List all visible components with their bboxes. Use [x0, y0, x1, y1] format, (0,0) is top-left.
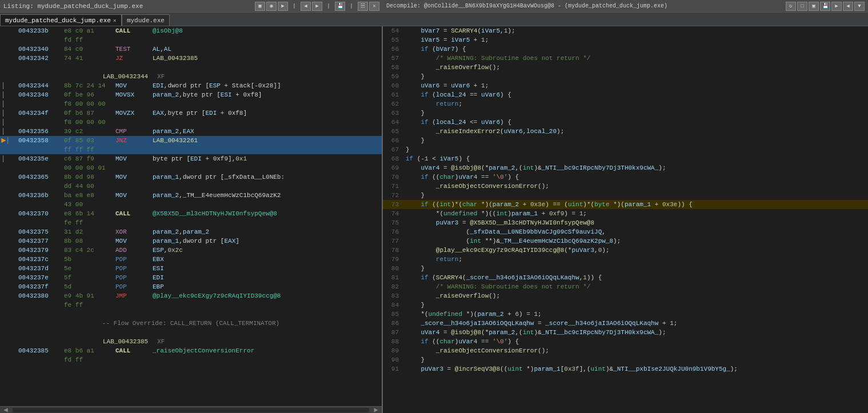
dline[interactable]: 59 }	[383, 72, 868, 81]
dline[interactable]: 88 if ((char)uVar4 == '\0') {	[383, 337, 868, 346]
dline[interactable]: 86 _score__h34o6jaI3AO6iOQqLKaqhw = _sco…	[383, 319, 868, 328]
mnemonic: MOVSX	[115, 90, 153, 99]
code-line[interactable]: | 00432356 39 c2 CMP param_2,EAX	[0, 127, 382, 136]
dline[interactable]: 78 @play__ekc9cEXgy7z9cRAqIYID39ccg@8(*p…	[383, 246, 868, 255]
dline[interactable]: 91 puVar3 = @incrSeqV3@8((uint *)param_1…	[383, 364, 868, 374]
mnemonic: MOV	[115, 81, 153, 90]
dline[interactable]: 54 bVar7 = SCARRY4(iVar5,1);	[383, 26, 868, 35]
code-line[interactable]: 00432365 8b 0d 98 MOV param_1,dword ptr …	[0, 173, 382, 182]
tab-listing[interactable]: mydude_patched_duck_jump.exe ✕	[0, 14, 122, 26]
dline[interactable]: 83 _raiseOverflow();	[383, 291, 868, 300]
code-line[interactable]: | 0043234f 0f b6 87 MOVZX EAX,byte ptr […	[0, 109, 382, 118]
operands: @isObj@8	[153, 26, 376, 35]
nav-back-icon[interactable]: ◀	[301, 2, 311, 11]
dline[interactable]: 56 if (bVar7) {	[383, 45, 868, 54]
line-num: 91	[383, 364, 403, 374]
code-line[interactable]: | 00432348 0f be 96 MOVSX param_2,byte p…	[0, 90, 382, 99]
dline[interactable]: 58 _raiseOverflow();	[383, 63, 868, 72]
dline[interactable]: 66 }	[383, 136, 868, 145]
tab-listing-close[interactable]: ✕	[113, 17, 117, 24]
code-line[interactable]: | 0043235e c6 87 f9 MOV byte ptr [EDI + …	[0, 154, 382, 163]
code-line[interactable]: 00432380 e9 4b 91 JMP @play__ekc9cEXgy7z…	[0, 291, 382, 300]
dline[interactable]: 74 *(undefined *)((int)param_1 + 0xf9) =…	[383, 209, 868, 218]
bookmark-icon[interactable]: ◉	[266, 2, 277, 11]
close-icon[interactable]: ✕	[369, 2, 379, 11]
dline[interactable]: 82 /* WARNING: Subroutine does not retur…	[383, 282, 868, 291]
scroll-right-btn[interactable]: ▶	[370, 406, 382, 413]
nav-fwd-icon[interactable]: ▶	[312, 2, 322, 11]
dline[interactable]: 85 *(undefined *)(param_2 + 6) = 1;	[383, 310, 868, 319]
dline[interactable]: 57 /* WARNING: Subroutine does not retur…	[383, 54, 868, 63]
r3-icon[interactable]: ▣	[809, 2, 819, 11]
code-line[interactable]: 00432379 83 c4 2c ADD ESP,0x2c	[0, 246, 382, 255]
tab-mydude[interactable]: mydude.exe	[122, 14, 170, 26]
code-line[interactable]: 0043236b ba e8 e8 MOV param_2,_TM__E4eue…	[0, 191, 382, 200]
dline[interactable]: 90 }	[383, 355, 868, 364]
dline[interactable]: 71 _raiseObjectConversionError();	[383, 182, 868, 191]
addr: 00432365	[18, 173, 64, 182]
dline-highlighted[interactable]: 73 if ((int)*(char *)(param_2 + 0x3e) ==…	[383, 200, 868, 209]
dline[interactable]: 81 if (SCARRY4(_score__h34o6jaI3AO6iOQqL…	[383, 273, 868, 282]
dline[interactable]: 67 }	[383, 145, 868, 154]
scroll-left-btn[interactable]: ◀	[0, 406, 11, 413]
dline[interactable]: 55 iVar5 = iVar5 + 1;	[383, 35, 868, 45]
dline[interactable]: 68 if (-1 < iVar5) {	[383, 154, 868, 163]
code-line[interactable]: 00432385 e8 b6 a1 CALL _raiseObjectConve…	[0, 346, 382, 355]
left-code-area[interactable]: 0043233b e8 c0 a1 CALL @isObj@8 fd ff	[0, 26, 382, 406]
code-line[interactable]: 00432375 31 d2 XOR param_2,param_2	[0, 227, 382, 236]
code-line[interactable]: 00432370 e8 6b 14 CALL @X5BX5D__ml3cHDTN…	[0, 209, 382, 218]
bytes: 83 c4 2c	[64, 246, 115, 255]
dline[interactable]: 80 }	[383, 264, 868, 273]
dline[interactable]: 76 (_sfxData__L0NEb9bbVaCJg09cSf9auviJQ,	[383, 227, 868, 236]
dline[interactable]: 87 uVar4 = @isObj@8(*param_2,(int)&_NTI_…	[383, 328, 868, 337]
save-icon[interactable]: 💾	[335, 2, 345, 11]
dline[interactable]: 62 return;	[383, 99, 868, 109]
code-line[interactable]: 00432340 84 c0 TEST AL,AL	[0, 45, 382, 54]
code-line[interactable]: 00432342 74 41 JZ LAB_00432385	[0, 54, 382, 63]
code-line[interactable]: 0043237d 5e POP ESI	[0, 264, 382, 273]
code-line: ff ff ff	[0, 145, 382, 154]
flow-override: -- Flow Override: CALL_RETURN (CALL_TERM…	[0, 319, 382, 328]
code-line[interactable]: 0043237c 5b POP EBX	[0, 255, 382, 264]
bytes: 0f b6 87	[64, 109, 115, 118]
grid-icon[interactable]: ☵	[358, 2, 368, 11]
bytes: 0f 85 03	[64, 136, 115, 145]
r7-icon[interactable]: ▼	[854, 2, 865, 11]
r2-icon[interactable]: □	[797, 2, 807, 11]
code-line: fe ff	[0, 300, 382, 310]
r5-icon[interactable]: ▶	[831, 2, 842, 11]
dline[interactable]: 69 uVar4 = @isObj@8(*param_2,(int)&_NTI_…	[383, 163, 868, 173]
copy-icon[interactable]: ▣	[255, 2, 265, 11]
dline[interactable]: 65 _raiseIndexError2(uVar6,local_20);	[383, 127, 868, 136]
dline[interactable]: 63 }	[383, 109, 868, 118]
dline[interactable]: 75 puVar3 = @X5BX5D__ml3cHDTNyHJWI0nfsyp…	[383, 218, 868, 227]
r4-icon[interactable]: 💾	[820, 2, 830, 11]
dline[interactable]: 61 if (local_24 == uVar6) {	[383, 90, 868, 99]
code-line[interactable]: | 00432344 8b 7c 24 14 MOV EDI,dword ptr…	[0, 81, 382, 90]
code-line-highlighted[interactable]: ► | 00432358 0f 85 03 JNZ LAB_00432261	[0, 136, 382, 145]
code-line[interactable]: 0043237f 5d POP EBP	[0, 282, 382, 291]
line-num: 69	[383, 163, 403, 173]
refresh-icon[interactable]: ↻	[786, 2, 796, 11]
r6-icon[interactable]: ◀	[843, 2, 853, 11]
dline[interactable]: 60 uVar6 = uVar6 + 1;	[383, 81, 868, 90]
right-panel-title: Decompile: @onCollide__BN6X9bI9aXYgG1H4B…	[383, 0, 868, 13]
dline[interactable]: 79 return;	[383, 255, 868, 264]
operands: LAB_00432385	[153, 54, 381, 63]
dline[interactable]: 77 (int **)&_TM__E4euemHcWzC1bcQ69azK2pw…	[383, 236, 868, 246]
decompile-area[interactable]: 54 bVar7 = SCARRY4(iVar5,1); 55 iVar5 = …	[383, 26, 868, 413]
dcode: }	[403, 136, 868, 145]
line-num: 61	[383, 90, 403, 99]
scroll-track[interactable]	[13, 408, 369, 412]
dline[interactable]: 84 }	[383, 300, 868, 310]
left-hscrollbar[interactable]: ◀ ▶	[0, 406, 382, 413]
dline[interactable]: 64 if (local_24 <= uVar6) {	[383, 118, 868, 127]
cursor-icon[interactable]: ▶	[278, 2, 288, 11]
dcode: /* WARNING: Subroutine does not return *…	[403, 282, 868, 291]
dline[interactable]: 89 _raiseObjectConversionError();	[383, 346, 868, 355]
code-line[interactable]: 0043237e 5f POP EDI	[0, 273, 382, 282]
dline[interactable]: 72 }	[383, 191, 868, 200]
code-line[interactable]: 0043233b e8 c0 a1 CALL @isObj@8	[0, 26, 382, 35]
code-line[interactable]: 00432377 8b 08 MOV param_1,dword ptr [EA…	[0, 236, 382, 246]
dline[interactable]: 70 if ((char)uVar4 == '\0') {	[383, 173, 868, 182]
